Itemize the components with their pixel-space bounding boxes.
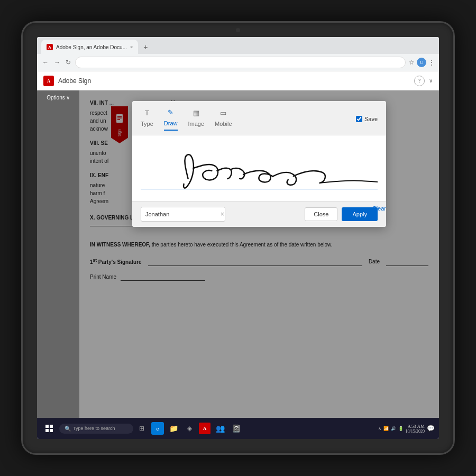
system-clock[interactable]: 9:53 AM 10/15/2020 [406,424,425,434]
save-checkbox[interactable] [356,116,362,122]
tab-draw-label: Draw [164,119,178,128]
signature-svg [141,142,378,195]
name-input[interactable] [145,211,218,217]
tray-network[interactable]: 📶 [383,426,389,431]
tray-expand[interactable]: ∧ [378,426,381,431]
back-button[interactable]: ← [41,58,50,67]
options-button[interactable]: Options ∨ [47,95,69,100]
taskbar-icon-adobe[interactable]: A [199,423,210,434]
modal-actions: Close Apply [305,207,378,221]
tab-title: Adobe Sign, an Adobe Docu... [56,44,127,50]
app-title: Adobe Sign [58,77,91,85]
modal-save-section: Save [356,115,378,124]
document-content: Sign VII. INT ... s with respect tions, … [79,90,439,418]
clock-date: 10/15/2020 [406,429,425,434]
help-button[interactable]: ? [414,76,425,86]
forward-button[interactable]: → [53,58,61,67]
signature-modal: T Type ✎ Draw ▦ Image [132,101,386,227]
tab-bar: A Adobe Sign, an Adobe Docu... × + [37,37,439,54]
reload-button[interactable]: ↻ [65,58,72,67]
browser-menu-icon[interactable]: ⋮ [428,59,435,67]
taskbar-icon-store[interactable]: ◈ [183,422,196,435]
new-tab-button[interactable]: + [140,42,151,52]
tablet-screen: A Adobe Sign, an Adobe Docu... × + ← → ↻… [37,37,439,439]
tablet-device: A Adobe Sign, an Adobe Docu... × + ← → ↻… [21,21,455,455]
document-area: Options ∨ Sign [37,90,439,418]
signature-baseline [141,189,378,189]
app-bar: A Adobe Sign ? ∨ [37,71,439,90]
start-button[interactable] [41,420,57,436]
tray-volume[interactable]: 🔊 [391,426,396,431]
image-icon: ▦ [193,108,199,118]
profile-icon[interactable]: U [417,58,426,67]
browser-chrome: A Adobe Sign, an Adobe Docu... × + ← → ↻… [37,37,439,71]
modal-header: T Type ✎ Draw ▦ Image [132,101,386,135]
clock-time: 9:53 AM [408,424,425,429]
tab-image-label: Image [188,120,205,129]
save-label: Save [364,115,378,124]
windows-logo [45,425,53,432]
app-bar-actions: ? ∨ [414,76,433,86]
modal-tabs: T Type ✎ Draw ▦ Image [141,107,232,131]
taskbar-icon-teams[interactable]: 👥 [214,422,226,435]
win-logo-bl [45,429,49,432]
address-bar[interactable] [75,57,406,68]
taskbar: 🔍 Type here to search ⊞ e 📁 ◈ A 👥 📓 ∧ [37,418,439,439]
nav-actions: ☆ U ⋮ [409,58,435,67]
mobile-icon: ▭ [220,108,226,118]
win-logo-tr [50,425,53,428]
modal-overlay: T Type ✎ Draw ▦ Image [79,90,439,418]
tab-draw[interactable]: ✎ Draw [164,107,178,131]
tab-close-button[interactable]: × [130,44,133,50]
bookmark-icon[interactable]: ☆ [409,59,415,67]
taskbar-right: ∧ 📶 🔊 🔋 9:53 AM 10/15/2020 💬 [378,424,435,434]
tab-type-label: Type [141,120,153,129]
taskbar-icon-onenote[interactable]: 📓 [230,422,242,435]
tab-type[interactable]: T Type [141,108,153,130]
adobe-logo: A [43,76,54,86]
tab-favicon: A [47,44,53,50]
win-logo-br [50,429,53,432]
taskbar-icon-edge[interactable]: e [151,422,164,435]
tablet-camera [236,28,240,32]
clear-button[interactable]: Clear [372,205,386,212]
taskbar-search[interactable]: 🔍 Type here to search [59,424,133,434]
close-button[interactable]: Close [305,207,337,221]
modal-body: Clear [132,135,386,201]
active-tab[interactable]: A Adobe Sign, an Adobe Docu... × [41,40,138,54]
taskbar-icon-explorer[interactable]: 📁 [167,422,180,435]
notification-icon[interactable]: 💬 [427,425,435,433]
name-input-wrapper: × [141,207,225,222]
modal-footer: × Close Apply [132,201,386,227]
taskbar-icons: ⊞ e 📁 ◈ A 👥 📓 [135,422,242,435]
signature-canvas[interactable] [141,142,378,195]
nav-bar: ← → ↻ ☆ U ⋮ [37,54,439,71]
tab-mobile[interactable]: ▭ Mobile [215,108,232,130]
tab-image[interactable]: ▦ Image [188,108,205,130]
taskbar-icon-task-view[interactable]: ⊞ [135,422,148,435]
system-tray: ∧ 📶 🔊 🔋 [378,426,404,431]
tray-battery[interactable]: 🔋 [398,426,404,431]
sidebar: Options ∨ [37,90,79,418]
tab-mobile-label: Mobile [215,120,232,129]
win-logo-tl [45,425,49,428]
type-icon: T [145,108,149,118]
draw-icon: ✎ [168,107,173,118]
clear-name-button[interactable]: × [221,209,224,219]
search-bar-text: Type here to search [73,426,115,431]
expand-icon[interactable]: ∨ [429,78,433,84]
